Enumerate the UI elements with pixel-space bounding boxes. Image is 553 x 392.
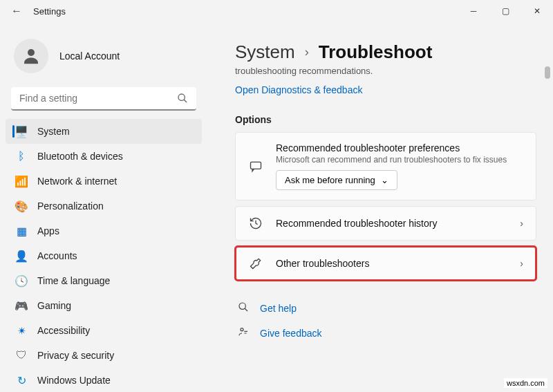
- breadcrumb-parent[interactable]: System: [235, 41, 295, 63]
- feedback-row[interactable]: Give feedback: [235, 321, 536, 346]
- main-panel: System › Troubleshoot troubleshooting re…: [207, 22, 553, 392]
- accessibility-icon: ✴: [15, 324, 28, 337]
- history-title: Recommended troubleshooter history: [276, 218, 507, 229]
- nav-label: Personalization: [37, 200, 104, 212]
- nav-label: Privacy & security: [37, 350, 114, 361]
- nav-list: 🖥️ System ᛒ Bluetooth & devices 📶 Networ…: [6, 119, 202, 392]
- nav-item-apps[interactable]: ▦ Apps: [6, 218, 202, 243]
- minimize-button[interactable]: ─: [458, 0, 489, 22]
- nav-item-accessibility[interactable]: ✴ Accessibility: [6, 318, 202, 343]
- gaming-icon: 🎮: [15, 299, 28, 312]
- search-icon: [177, 93, 188, 106]
- network-icon: 📶: [15, 175, 28, 187]
- accounts-icon: 👤: [15, 250, 28, 262]
- watermark: wsxdn.com: [504, 378, 547, 388]
- nav-label: Network & internet: [37, 176, 117, 187]
- nav-item-personalization[interactable]: 🎨 Personalization: [6, 194, 202, 218]
- diagnostics-link[interactable]: Open Diagnostics & feedback: [235, 84, 362, 95]
- get-help-row[interactable]: Get help: [235, 296, 536, 321]
- preferences-card: Recommended troubleshooter preferences M…: [235, 132, 536, 200]
- svg-line-5: [245, 308, 247, 311]
- chat-icon: [248, 160, 263, 174]
- nav-item-network[interactable]: 📶 Network & internet: [6, 169, 202, 194]
- svg-rect-3: [251, 162, 261, 169]
- get-help-link[interactable]: Get help: [260, 303, 297, 314]
- nav-item-accounts[interactable]: 👤 Accounts: [6, 243, 202, 268]
- pref-sub: Microsoft can recommend and run troubles…: [276, 155, 523, 165]
- feedback-icon: [238, 326, 250, 340]
- maximize-button[interactable]: ▢: [489, 0, 521, 22]
- chevron-down-icon: ⌄: [381, 175, 388, 185]
- svg-point-6: [241, 328, 243, 331]
- bluetooth-icon: ᛒ: [15, 150, 28, 162]
- avatar-icon: [14, 39, 48, 73]
- nav-item-bluetooth[interactable]: ᛒ Bluetooth & devices: [6, 144, 202, 169]
- nav-label: Bluetooth & devices: [37, 151, 123, 162]
- svg-point-4: [239, 303, 245, 309]
- time-icon: 🕓: [15, 274, 28, 287]
- nav-item-privacy[interactable]: 🛡 Privacy & security: [6, 343, 202, 368]
- nav-label: Gaming: [37, 300, 71, 311]
- search-box[interactable]: [11, 87, 196, 111]
- dropdown-value: Ask me before running: [285, 175, 375, 185]
- nav-label: Apps: [37, 225, 59, 236]
- account-section[interactable]: Local Account: [6, 30, 202, 87]
- nav-item-time[interactable]: 🕓 Time & language: [6, 268, 202, 293]
- breadcrumb-current: Troubleshoot: [319, 41, 433, 63]
- privacy-icon: 🛡: [15, 349, 28, 362]
- nav-item-gaming[interactable]: 🎮 Gaming: [6, 293, 202, 318]
- other-title: Other troubleshooters: [276, 258, 507, 269]
- svg-point-1: [178, 94, 185, 100]
- nav-label: Time & language: [37, 275, 110, 286]
- wrench-icon: [248, 256, 263, 270]
- apps-icon: ▦: [15, 225, 28, 237]
- chevron-right-icon: ›: [305, 45, 309, 59]
- nav-label: Windows Update: [37, 375, 111, 386]
- search-input[interactable]: [11, 87, 196, 111]
- personalization-icon: 🎨: [15, 200, 28, 212]
- breadcrumb: System › Troubleshoot: [235, 41, 536, 63]
- history-icon: [248, 216, 263, 230]
- nav-label: System: [37, 126, 70, 137]
- intro-text: troubleshooting recommendations.: [235, 66, 536, 76]
- system-icon: 🖥️: [15, 125, 28, 138]
- other-troubleshooters-card[interactable]: Other troubleshooters ›: [235, 246, 536, 281]
- sidebar: Local Account 🖥️ System ᛒ Bluetooth & de…: [0, 22, 207, 392]
- window-title: Settings: [33, 6, 66, 17]
- chevron-right-icon: ›: [520, 218, 523, 229]
- pref-title: Recommended troubleshooter preferences: [276, 142, 523, 153]
- back-icon[interactable]: ←: [11, 5, 22, 17]
- chevron-right-icon: ›: [520, 258, 523, 269]
- nav-label: Accounts: [37, 250, 77, 261]
- close-button[interactable]: ✕: [521, 0, 553, 22]
- svg-line-2: [184, 100, 187, 102]
- nav-item-system[interactable]: 🖥️ System: [6, 119, 202, 144]
- history-card[interactable]: Recommended troubleshooter history ›: [235, 206, 536, 241]
- help-icon: [238, 301, 250, 315]
- nav-label: Accessibility: [37, 325, 90, 336]
- pref-dropdown[interactable]: Ask me before running ⌄: [276, 170, 397, 190]
- options-label: Options: [235, 114, 536, 125]
- scrollbar-thumb[interactable]: [545, 66, 550, 79]
- title-bar: ← Settings ─ ▢ ✕: [0, 0, 553, 22]
- feedback-link[interactable]: Give feedback: [260, 328, 322, 339]
- account-name: Local Account: [59, 50, 120, 62]
- update-icon: ↻: [15, 374, 28, 386]
- nav-item-update[interactable]: ↻ Windows Update: [6, 368, 202, 392]
- svg-point-0: [28, 49, 35, 56]
